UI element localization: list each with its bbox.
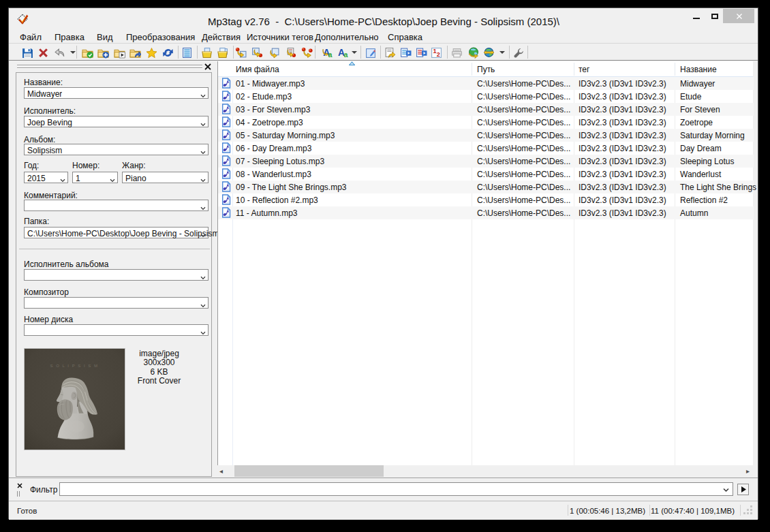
svg-text:2: 2: [437, 51, 440, 58]
svg-text:S O L I P S I S M: S O L I P S I S M: [50, 364, 99, 368]
svg-text:a: a: [328, 50, 333, 59]
svg-text:a: a: [344, 50, 348, 59]
svg-text:1: 1: [433, 48, 436, 54]
